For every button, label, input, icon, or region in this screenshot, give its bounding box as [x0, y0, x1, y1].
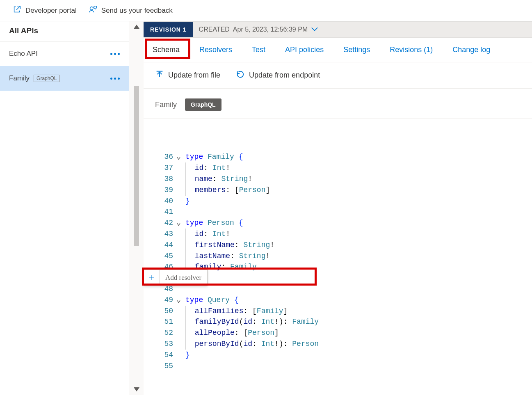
- feedback-icon: [88, 5, 97, 16]
- developer-portal-label: Developer portal: [25, 7, 77, 15]
- code-content: allPeople: [Person]: [185, 327, 279, 339]
- code-content: name: String!: [185, 174, 252, 185]
- code-line[interactable]: 43 id: Int!: [144, 229, 532, 240]
- line-number: 43: [144, 229, 176, 240]
- code-content: allFamilies: [Family]: [185, 306, 288, 317]
- ellipsis-icon[interactable]: [110, 78, 120, 80]
- code-line[interactable]: 39 members: [Person]: [144, 185, 532, 196]
- line-number: 41: [144, 206, 176, 217]
- tab-revisions[interactable]: Revisions (1): [390, 46, 433, 54]
- fold-icon[interactable]: ⌄: [176, 151, 185, 162]
- line-number: 37: [144, 162, 176, 174]
- code-content: }: [185, 350, 190, 361]
- annotation-resolver-highlight: [142, 268, 317, 286]
- line-number: 36: [144, 151, 176, 162]
- line-number: 50: [144, 306, 176, 317]
- api-item-label: Echo API: [9, 50, 38, 58]
- scroll-up-icon[interactable]: [134, 25, 139, 29]
- feedback-label: Send us your feedback: [101, 7, 173, 15]
- code-content: id: Int!: [185, 229, 230, 240]
- revision-badge: REVISION 1: [144, 22, 193, 37]
- line-number: 53: [144, 339, 176, 350]
- fold-spacer: [176, 196, 185, 207]
- api-item-family[interactable]: Family GraphQL: [0, 66, 129, 91]
- code-line[interactable]: 37 id: Int!: [144, 162, 532, 174]
- ellipsis-icon[interactable]: [110, 53, 120, 55]
- line-number: 44: [144, 240, 176, 251]
- developer-portal-link[interactable]: Developer portal: [12, 5, 77, 16]
- fold-icon[interactable]: ⌄: [176, 217, 185, 229]
- code-content: personById(id: Int!): Person: [185, 339, 319, 350]
- api-item-tag: GraphQL: [34, 75, 59, 82]
- sidebar-scrollgutter: [129, 21, 144, 395]
- api-sidebar: All APIs Echo API Family GraphQL: [0, 21, 129, 398]
- scroll-down-icon[interactable]: [134, 387, 139, 391]
- code-line[interactable]: 44 firstName: String!: [144, 240, 532, 251]
- chevron-down-icon: [311, 26, 318, 33]
- tab-change-log[interactable]: Change log: [452, 46, 490, 54]
- api-item-label: Family: [9, 74, 30, 82]
- fold-spacer: [176, 162, 185, 174]
- code-line[interactable]: 53 personById(id: Int!): Person: [144, 339, 532, 350]
- fold-spacer: [176, 316, 185, 327]
- update-from-file-label: Update from file: [168, 71, 220, 80]
- code-content: familyById(id: Int!): Family: [185, 316, 319, 327]
- code-content: lastName: String!: [185, 251, 270, 262]
- fold-spacer: [176, 327, 185, 339]
- fold-spacer: [176, 240, 185, 251]
- tab-settings[interactable]: Settings: [343, 46, 370, 54]
- line-number: 40: [144, 196, 176, 207]
- fold-spacer: [176, 339, 185, 350]
- revision-created-value: Apr 5, 2023, 12:56:39 PM: [233, 26, 308, 33]
- code-line[interactable]: 54}: [144, 350, 532, 361]
- scroll-thumb[interactable]: [134, 86, 139, 246]
- line-number: 52: [144, 327, 176, 339]
- revision-bar: REVISION 1 CREATED Apr 5, 2023, 12:56:39…: [144, 21, 532, 38]
- line-number: 38: [144, 174, 176, 185]
- code-line[interactable]: 49⌄type Query {: [144, 295, 532, 306]
- code-line[interactable]: 36⌄type Family {: [144, 151, 532, 162]
- code-content: type Family {: [185, 151, 243, 162]
- code-line[interactable]: 45 lastName: String!: [144, 251, 532, 262]
- code-line[interactable]: 50 allFamilies: [Family]: [144, 306, 532, 317]
- code-content: firstName: String!: [185, 240, 274, 251]
- code-content: type Query {: [185, 295, 239, 306]
- code-content: }: [185, 196, 190, 207]
- update-from-endpoint-button[interactable]: Update from endpoint: [236, 70, 320, 81]
- upload-icon: [155, 70, 164, 81]
- tab-resolvers[interactable]: Resolvers: [199, 46, 232, 54]
- update-from-endpoint-label: Update from endpoint: [249, 71, 320, 80]
- top-bar: Developer portal Send us your feedback: [0, 0, 532, 21]
- feedback-link[interactable]: Send us your feedback: [88, 5, 173, 16]
- fold-spacer: [176, 350, 185, 361]
- code-line[interactable]: 42⌄type Person {: [144, 217, 532, 229]
- fold-spacer: [176, 185, 185, 196]
- code-line[interactable]: 40}: [144, 196, 532, 207]
- code-line[interactable]: 41: [144, 206, 532, 217]
- refresh-icon: [236, 70, 245, 81]
- tabs: Schema Resolvers Test API policies Setti…: [144, 38, 532, 62]
- code-line[interactable]: 52 allPeople: [Person]: [144, 327, 532, 339]
- code-line[interactable]: 55: [144, 361, 532, 372]
- fold-spacer: [176, 174, 185, 185]
- code-line[interactable]: 38 name: String!: [144, 174, 532, 185]
- tab-test[interactable]: Test: [252, 46, 265, 54]
- code-line[interactable]: 51 familyById(id: Int!): Family: [144, 316, 532, 327]
- api-item-echo[interactable]: Echo API: [0, 41, 129, 66]
- revision-dropdown[interactable]: CREATED Apr 5, 2023, 12:56:39 PM: [193, 26, 319, 33]
- revision-created-label: CREATED: [199, 26, 230, 33]
- line-number: 39: [144, 185, 176, 196]
- line-number: 45: [144, 251, 176, 262]
- main-panel: REVISION 1 CREATED Apr 5, 2023, 12:56:39…: [144, 21, 532, 398]
- fold-icon[interactable]: ⌄: [176, 295, 185, 306]
- line-number: 42: [144, 217, 176, 229]
- line-number: 49: [144, 295, 176, 306]
- update-from-file-button[interactable]: Update from file: [155, 70, 220, 81]
- external-link-icon: [12, 5, 21, 16]
- line-number: 51: [144, 316, 176, 327]
- code-content: id: Int!: [185, 162, 230, 174]
- tab-api-policies[interactable]: API policies: [285, 46, 324, 54]
- line-number: 54: [144, 350, 176, 361]
- api-name: Family: [155, 101, 177, 109]
- schema-editor[interactable]: 36⌄type Family {37 id: Int!38 name: Stri…: [144, 118, 532, 398]
